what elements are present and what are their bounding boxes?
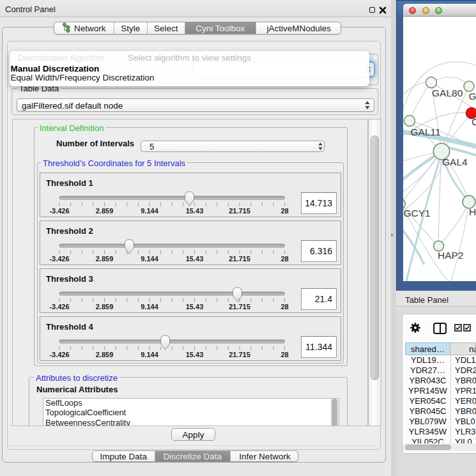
svg-text:9.144: 9.144 — [141, 207, 158, 215]
svg-text:GA: GA — [469, 91, 476, 102]
svg-text:9.144: 9.144 — [141, 255, 158, 263]
svg-text:-3.426: -3.426 — [49, 255, 69, 263]
svg-text:HAP2: HAP2 — [438, 250, 464, 261]
svg-text:28: 28 — [280, 255, 288, 263]
svg-text:-3.426: -3.426 — [49, 351, 69, 358]
svg-text:15.43: 15.43 — [186, 255, 204, 263]
svg-text:GAL4: GAL4 — [442, 157, 468, 167]
svg-text:28: 28 — [280, 207, 288, 215]
svg-text:2.859: 2.859 — [96, 303, 114, 311]
svg-text:2.859: 2.859 — [96, 255, 114, 263]
svg-text:15.43: 15.43 — [186, 207, 204, 215]
svg-text:GCY1: GCY1 — [404, 208, 431, 219]
svg-text:9.144: 9.144 — [141, 351, 158, 358]
svg-text:21.715: 21.715 — [229, 303, 250, 311]
svg-text:-3.426: -3.426 — [49, 303, 69, 311]
svg-text:HI: HI — [469, 206, 476, 217]
svg-text:GAL80: GAL80 — [432, 88, 463, 98]
svg-text:15.43: 15.43 — [186, 303, 204, 311]
svg-text:21.715: 21.715 — [229, 207, 250, 215]
svg-text:-3.426: -3.426 — [49, 207, 69, 215]
svg-text:GAL11: GAL11 — [411, 127, 441, 137]
svg-text:28: 28 — [280, 351, 288, 358]
svg-text:21.715: 21.715 — [229, 351, 250, 358]
svg-text:2.859: 2.859 — [96, 207, 114, 215]
svg-text:C: C — [472, 116, 476, 127]
svg-text:21.715: 21.715 — [229, 255, 250, 263]
svg-text:9.144: 9.144 — [141, 303, 158, 311]
svg-text:2.859: 2.859 — [96, 351, 114, 358]
svg-text:15.43: 15.43 — [186, 351, 204, 358]
svg-text:28: 28 — [280, 303, 288, 311]
